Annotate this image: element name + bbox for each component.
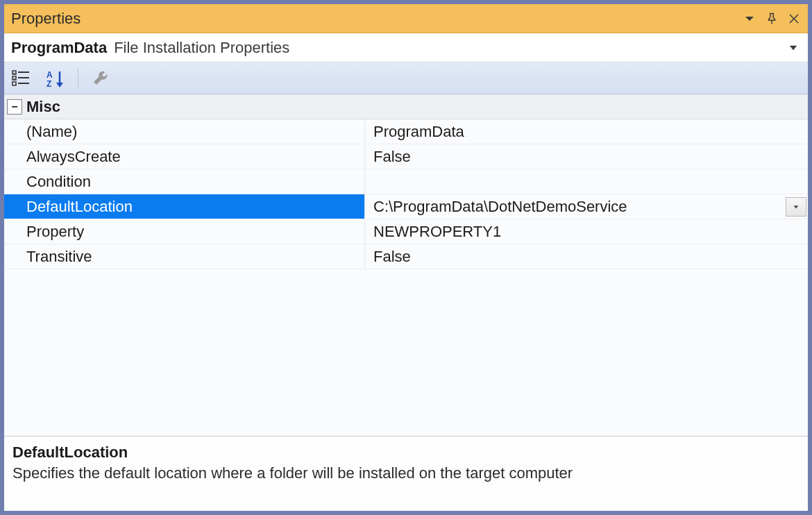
- property-name[interactable]: Property: [4, 219, 365, 244]
- toolbar-separator: [78, 68, 78, 89]
- svg-text:Z: Z: [46, 79, 51, 88]
- property-row[interactable]: PropertyNEWPROPERTY1: [4, 219, 808, 244]
- close-icon: [788, 12, 800, 25]
- svg-text:+: +: [13, 76, 16, 81]
- autohide-button[interactable]: [762, 9, 781, 28]
- property-row[interactable]: Condition: [4, 169, 808, 194]
- property-value-text: False: [373, 148, 808, 166]
- property-name[interactable]: (Name): [4, 119, 365, 144]
- svg-rect-3: [12, 82, 16, 85]
- collapse-toggle[interactable]: −: [7, 99, 22, 115]
- svg-marker-12: [56, 83, 63, 87]
- object-type: File Installation Properties: [114, 39, 786, 57]
- chevron-down-icon: [743, 12, 756, 25]
- property-name[interactable]: Transitive: [4, 244, 365, 269]
- property-row[interactable]: TransitiveFalse: [4, 244, 808, 269]
- property-value[interactable]: ProgramData: [365, 119, 808, 144]
- window-options-button[interactable]: [740, 9, 759, 28]
- property-pages-button[interactable]: [88, 66, 113, 91]
- property-name[interactable]: DefaultLocation: [4, 194, 365, 219]
- property-value[interactable]: False: [365, 244, 808, 269]
- property-value-text: C:\ProgramData\DotNetDemoService: [373, 198, 786, 216]
- chevron-down-icon: [793, 203, 800, 210]
- svg-text:A: A: [46, 70, 53, 80]
- properties-toolbar: + + A Z: [4, 62, 808, 94]
- properties-window: Properties ProgramData File Installation…: [0, 0, 812, 515]
- property-row[interactable]: (Name)ProgramData: [4, 119, 808, 144]
- description-panel: DefaultLocation Specifies the default lo…: [4, 436, 808, 511]
- svg-marker-13: [794, 205, 799, 208]
- property-grid[interactable]: − Misc (Name)ProgramDataAlwaysCreateFals…: [4, 94, 808, 436]
- description-name: DefaultLocation: [12, 444, 800, 462]
- chevron-down-icon: [788, 43, 798, 53]
- title-bar: Properties: [4, 4, 808, 33]
- property-row[interactable]: DefaultLocationC:\ProgramData\DotNetDemo…: [4, 194, 808, 219]
- property-row[interactable]: AlwaysCreateFalse: [4, 144, 808, 169]
- property-value[interactable]: NEWPROPERTY1: [365, 219, 808, 244]
- svg-text:+: +: [13, 71, 16, 75]
- categorized-button[interactable]: + +: [8, 66, 33, 91]
- property-name[interactable]: AlwaysCreate: [4, 144, 365, 169]
- property-value-text: NEWPROPERTY1: [373, 223, 808, 241]
- wrench-icon: [91, 69, 110, 88]
- category-header[interactable]: − Misc: [4, 94, 808, 119]
- property-value-text: False: [373, 248, 808, 266]
- property-name[interactable]: Condition: [4, 169, 365, 194]
- object-selector[interactable]: ProgramData File Installation Properties: [4, 33, 808, 62]
- property-value[interactable]: False: [365, 144, 808, 169]
- value-dropdown-button[interactable]: [786, 197, 806, 217]
- object-dropdown-button[interactable]: [786, 40, 801, 56]
- alphabetical-button[interactable]: A Z: [43, 66, 68, 91]
- window-title: Properties: [11, 10, 737, 28]
- category-label: Misc: [26, 98, 60, 116]
- property-value[interactable]: [365, 169, 808, 194]
- close-button[interactable]: [784, 9, 804, 28]
- svg-marker-0: [790, 46, 796, 50]
- description-text: Specifies the default location where a f…: [12, 464, 800, 482]
- pin-icon: [766, 12, 778, 25]
- property-value[interactable]: C:\ProgramData\DotNetDemoService: [365, 194, 808, 219]
- object-name: ProgramData: [11, 39, 107, 57]
- alphabetical-icon: A Z: [46, 69, 65, 88]
- categorized-icon: + +: [11, 69, 31, 88]
- property-value-text: ProgramData: [373, 123, 808, 141]
